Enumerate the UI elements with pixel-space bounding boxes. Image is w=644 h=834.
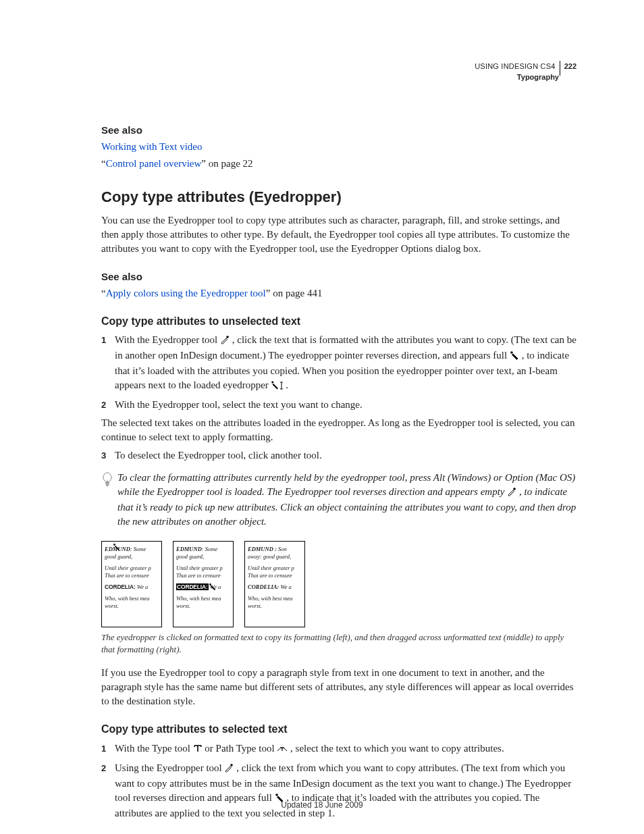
svg-point-2 bbox=[271, 382, 273, 384]
working-with-text-video-link[interactable]: Working with Text video bbox=[101, 141, 203, 152]
svg-point-8 bbox=[275, 793, 278, 796]
doc-title: USING INDESIGN CS4 bbox=[475, 61, 555, 71]
eyedropper-empty-icon bbox=[224, 762, 234, 777]
content-area: See also Working with Text video “Contro… bbox=[101, 55, 576, 820]
see-also-heading-1: See also bbox=[101, 123, 576, 137]
running-header: USING INDESIGN CS4 222 Typography bbox=[475, 61, 576, 82]
intro-paragraph: You can use the Eyedropper tool to copy … bbox=[101, 213, 576, 256]
figure-panel-left: EDMUND: Somegood guard, Until their grea… bbox=[101, 541, 162, 627]
svg-point-6 bbox=[209, 583, 211, 585]
copy-to-unselected-heading: Copy type attributes to unselected text bbox=[101, 314, 576, 329]
figure-row: EDMUND: Somegood guard, Until their grea… bbox=[101, 541, 576, 627]
section-name: Typography bbox=[475, 72, 576, 82]
step-number: 1 bbox=[101, 741, 115, 757]
eyedropper-cursor-icon bbox=[209, 583, 217, 591]
step-2-body: With the Eyedropper tool, select the tex… bbox=[115, 398, 576, 412]
steps-unselected-cont: 3 To deselect the Eyedropper tool, click… bbox=[101, 448, 576, 463]
step-number: 3 bbox=[101, 448, 115, 463]
eyedropper-cursor-icon bbox=[113, 543, 121, 551]
eyedropper-empty-icon bbox=[220, 334, 230, 348]
page-footer: Updated 18 June 2009 bbox=[0, 800, 644, 811]
step-number: 2 bbox=[101, 761, 115, 820]
path-type-tool-icon bbox=[277, 743, 288, 757]
tip-block: To clear the formatting attributes curre… bbox=[101, 471, 576, 529]
step-1-body: With the Eyedropper tool , click the tex… bbox=[115, 333, 576, 394]
eyedropper-full-icon bbox=[510, 350, 519, 364]
figure-caption: The eyedropper is clicked on formatted t… bbox=[101, 631, 576, 655]
step-b1-body: With the Type tool or Path Type tool , s… bbox=[115, 741, 576, 757]
type-tool-icon bbox=[193, 743, 203, 757]
see-also-heading-2: See also bbox=[101, 269, 576, 284]
lightbulb-icon bbox=[101, 471, 117, 529]
control-panel-overview-link[interactable]: Control panel overview bbox=[106, 158, 202, 169]
steps-unselected: 1 With the Eyedropper tool , click the t… bbox=[101, 333, 576, 412]
figure-panel-right: EDMUND : Sonaway: good guard, Until thei… bbox=[244, 541, 305, 627]
eyedropper-ibeam-icon bbox=[271, 380, 284, 394]
link2-suffix: ” on page 22 bbox=[201, 158, 252, 169]
svg-point-4 bbox=[513, 488, 516, 490]
step-b2-body: Using the Eyedropper tool , click the te… bbox=[115, 761, 576, 820]
tip-text: To clear the formatting attributes curre… bbox=[117, 471, 576, 529]
page: USING INDESIGN CS4 222 Typography See al… bbox=[0, 0, 644, 834]
svg-point-5 bbox=[113, 544, 115, 546]
figure-panel-middle: EDMUND: Somegood guard, Until their grea… bbox=[173, 541, 234, 627]
see-also-2-suffix: ” on page 441 bbox=[266, 288, 323, 298]
page-number: 222 bbox=[564, 61, 576, 71]
see-also-link-row-2: “Control panel overview” on page 22 bbox=[101, 157, 576, 171]
svg-point-1 bbox=[510, 351, 513, 354]
after-figure-paragraph: If you use the Eyedropper tool to copy a… bbox=[101, 666, 576, 708]
step-3-body: To deselect the Eyedropper tool, click a… bbox=[115, 448, 576, 463]
step-number: 2 bbox=[101, 398, 115, 412]
see-also-link-row-1: Working with Text video bbox=[101, 140, 576, 154]
header-divider bbox=[560, 61, 560, 76]
svg-point-7 bbox=[231, 764, 234, 766]
svg-point-0 bbox=[226, 336, 229, 338]
step-number: 1 bbox=[101, 333, 115, 394]
copy-to-selected-heading: Copy type attributes to selected text bbox=[101, 722, 576, 737]
eyedropper-empty-icon bbox=[507, 486, 516, 500]
apply-colors-eyedropper-link[interactable]: Apply colors using the Eyedropper tool bbox=[106, 288, 266, 298]
see-also-2-row: “Apply colors using the Eyedropper tool”… bbox=[101, 286, 576, 301]
mid-paragraph: The selected text takes on the attribute… bbox=[101, 416, 576, 444]
copy-type-attributes-heading: Copy type attributes (Eyedropper) bbox=[101, 187, 576, 208]
